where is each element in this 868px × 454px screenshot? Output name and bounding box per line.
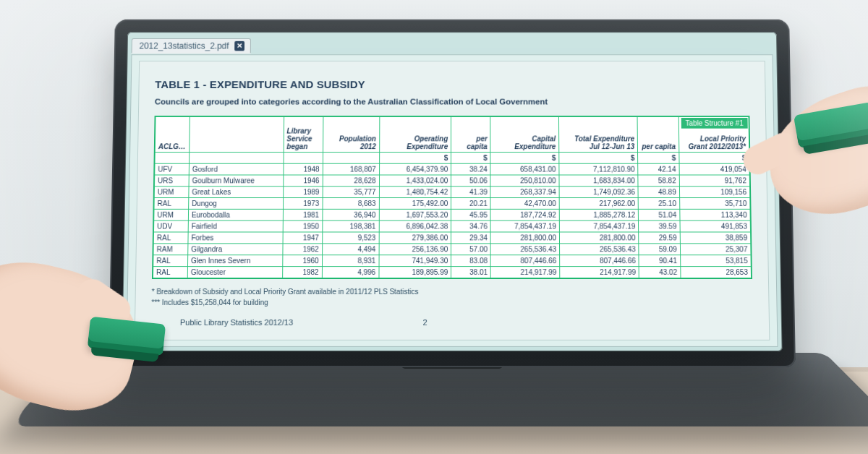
- table-cell: 1947: [283, 232, 323, 244]
- table-cell: 41.39: [451, 187, 491, 198]
- table-cell: 59.09: [639, 244, 680, 255]
- table-cell: Great Lakes: [189, 187, 284, 198]
- table-cell: 83.08: [451, 255, 491, 267]
- table-cell: Goulburn Mulwaree: [189, 175, 284, 187]
- table-cell: 42,470.00: [490, 198, 559, 210]
- table-cell: 25.10: [638, 198, 679, 210]
- col-header: Total Expenditure Jul 12-Jun 13: [559, 117, 638, 153]
- col-header: per capita: [451, 117, 490, 153]
- table-cell: 279,386.00: [379, 232, 451, 244]
- table-cell: 1962: [283, 244, 323, 255]
- table-cell: 250,810.00: [490, 175, 559, 187]
- table-cell: 658,431.00: [490, 163, 559, 175]
- table-title: TABLE 1 - EXPENDITURE AND SUBSIDY: [155, 78, 749, 90]
- table-cell: 58.82: [638, 175, 679, 187]
- table-cell: 90.41: [639, 255, 680, 267]
- table-cell: 491,853: [680, 220, 751, 232]
- table-cell: 1,885,278.12: [559, 209, 638, 220]
- table-row: UFVGosford1948168,8076,454,379.9038.2465…: [155, 163, 749, 175]
- table-cell: 8,931: [322, 255, 379, 267]
- col-header: Operating Expenditure: [379, 117, 451, 153]
- table-cell: 48.89: [638, 187, 679, 198]
- unit-header: $: [559, 153, 638, 164]
- document-page: TABLE 1 - EXPENDITURE AND SUBSIDY Counci…: [135, 61, 770, 340]
- unit-header: $: [679, 153, 749, 164]
- table-cell: 1,697,553.20: [379, 209, 451, 220]
- table-cell: 807,446.66: [560, 255, 639, 267]
- table-cell: 198,381: [322, 220, 379, 232]
- table-cell: 1960: [282, 255, 322, 267]
- table-row: URSGoulburn Mulwaree194628,6281,433,024.…: [155, 175, 750, 187]
- table-cell: 1946: [283, 175, 323, 187]
- document-tab-label: 2012_13statistics_2.pdf: [139, 40, 229, 51]
- table-cell: Eurobodalla: [188, 209, 283, 220]
- table-cell: 265,536.43: [490, 244, 559, 255]
- laptop-screen-bezel: 2012_13statistics_2.pdf ✕ TABLE 1 - EXPE…: [109, 20, 796, 367]
- table-row: UDVFairfield1950198,3816,896,042.3834.76…: [153, 220, 750, 232]
- table-cell: 109,156: [679, 187, 750, 198]
- table-cell: Glen Innes Severn: [187, 255, 282, 267]
- table-cell: 419,054: [679, 163, 749, 175]
- table-cell: 35,710: [679, 198, 750, 210]
- table-cell: 4,494: [322, 244, 379, 255]
- page-footer-title: Public Library Statistics 2012/13: [180, 318, 293, 327]
- page-number: 2: [423, 318, 427, 327]
- table-cell: 91,762: [679, 175, 749, 187]
- table-cell: Gloucester: [187, 267, 282, 278]
- table-cell: 1948: [284, 163, 323, 175]
- col-header: Capital Expenditure: [490, 117, 559, 153]
- unit-header: $: [490, 153, 559, 164]
- col-header: Library Service began: [284, 117, 323, 153]
- table-cell: Gilgandra: [188, 244, 283, 255]
- table-cell: 39.59: [639, 220, 680, 232]
- table-cell: 1982: [282, 267, 322, 278]
- table-cell: 214,917.99: [560, 267, 639, 278]
- table-cell: URM: [154, 209, 189, 220]
- table-cell: Dungog: [188, 198, 283, 210]
- expenditure-table: ACLG Abrev. Library Service began Popula…: [153, 116, 752, 278]
- table-cell: 1,749,092.36: [559, 187, 638, 198]
- table-cell: 34.76: [451, 220, 491, 232]
- table-cell: 175,492.00: [379, 198, 451, 210]
- table-cell: 28,653: [681, 267, 752, 278]
- table-cell: 7,112,810.90: [559, 163, 638, 175]
- table-cell: 43.02: [639, 267, 680, 278]
- table-cell: RAL: [153, 232, 188, 244]
- table-cell: 29.34: [451, 232, 491, 244]
- table-cell: 25,307: [680, 244, 751, 255]
- table-row: RALGloucester19824,996189,895.9938.01214…: [153, 267, 751, 278]
- table-structure-badge[interactable]: Table Structure #1: [681, 118, 748, 129]
- close-icon[interactable]: ✕: [234, 40, 244, 51]
- table-row: RALForbes19479,523279,386.0029.34281,800…: [153, 232, 751, 244]
- unit-header: $: [638, 153, 679, 164]
- table-cell: 268,337.94: [490, 187, 559, 198]
- document-viewport[interactable]: TABLE 1 - EXPENDITURE AND SUBSIDY Counci…: [126, 54, 778, 347]
- unit-header: $: [379, 153, 451, 164]
- table-cell: 1989: [283, 187, 323, 198]
- col-header: [190, 117, 284, 153]
- document-tab[interactable]: 2012_13statistics_2.pdf ✕: [132, 38, 251, 52]
- table-cell: 38,859: [680, 232, 751, 244]
- table-cell: 38.24: [451, 163, 491, 175]
- table-cell: 42.14: [638, 163, 679, 175]
- table-cell: URM: [154, 187, 189, 198]
- table-cell: 50.06: [451, 175, 491, 187]
- table-cell: Gosford: [189, 163, 283, 175]
- table-cell: 281,800.00: [490, 232, 559, 244]
- table-cell: 189,895.99: [379, 267, 451, 278]
- detected-table-region[interactable]: Table Structure #1 ACLG Abrev. Library S…: [152, 116, 752, 279]
- col-header: Population 2012: [323, 117, 379, 153]
- table-cell: UFV: [155, 163, 190, 175]
- table-cell: 741,949.30: [379, 255, 451, 267]
- table-cell: RAL: [154, 198, 189, 210]
- table-cell: 38.01: [451, 267, 491, 278]
- table-cell: Fairfield: [188, 220, 283, 232]
- table-cell: 8,683: [323, 198, 379, 210]
- table-cell: 214,917.99: [491, 267, 560, 278]
- table-cell: 6,896,042.38: [379, 220, 451, 232]
- table-cell: 7,854,437.19: [559, 220, 638, 232]
- table-cell: 57.00: [451, 244, 491, 255]
- table-cell: 29.59: [639, 232, 680, 244]
- col-header: ACLG Abrev.: [155, 117, 190, 153]
- table-cell: 28,628: [323, 175, 379, 187]
